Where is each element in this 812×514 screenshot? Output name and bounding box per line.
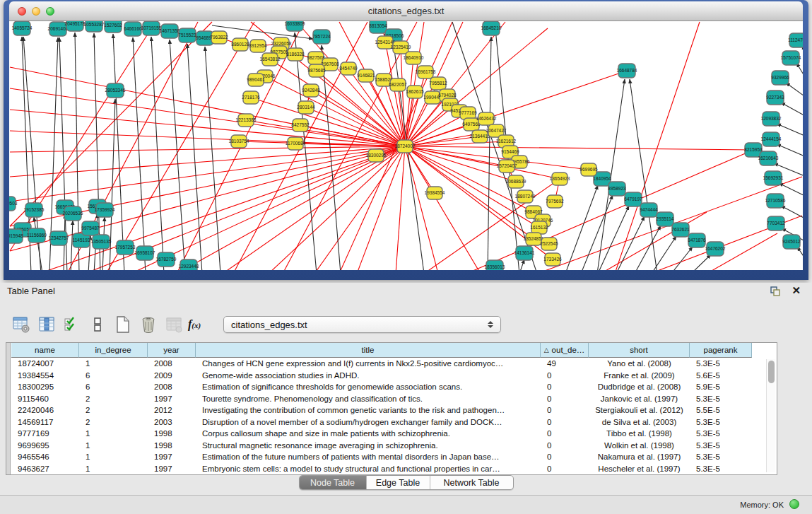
- column-header-name[interactable]: name: [11, 343, 79, 358]
- memory-status-indicator[interactable]: [789, 499, 799, 509]
- graph-node[interactable]: 8186328: [286, 48, 305, 61]
- graph-node[interactable]: 9146821: [357, 69, 375, 82]
- table-row[interactable]: 977716911998Corpus callosum shape and si…: [11, 428, 777, 440]
- graph-node[interactable]: 16961758: [416, 66, 436, 78]
- graph-node[interactable]: 16845210: [481, 21, 502, 35]
- graph-node[interactable]: 2935114: [657, 212, 674, 226]
- graph-node[interactable]: 12093832: [761, 112, 782, 126]
- graph-node[interactable]: 9975487: [81, 221, 100, 235]
- scrollbar-thumb[interactable]: [768, 361, 775, 383]
- zoom-window-button[interactable]: [46, 7, 54, 16]
- graph-node[interactable]: 18640910: [404, 52, 424, 64]
- graph-node[interactable]: 15720407: [497, 160, 517, 173]
- graph-node[interactable]: 12710586: [765, 194, 786, 208]
- graph-node[interactable]: 7975692: [546, 195, 564, 208]
- graph-node[interactable]: 28053346: [105, 83, 126, 98]
- graph-node[interactable]: 8912954: [249, 40, 267, 52]
- table-vertical-scrollbar[interactable]: [766, 359, 775, 472]
- column-header-pagerank[interactable]: pagerank: [690, 343, 752, 358]
- graph-node[interactable]: 18724007: [395, 140, 416, 153]
- new-column-icon[interactable]: [112, 313, 134, 336]
- tab-edge-table[interactable]: Edge Table: [367, 476, 430, 489]
- column-header-short[interactable]: short: [589, 343, 690, 358]
- graph-node[interactable]: 3915948: [9, 229, 23, 243]
- graph-node[interactable]: 7857224: [312, 30, 331, 44]
- graph-node[interactable]: 8454749: [339, 62, 358, 75]
- graph-node[interactable]: 16648784: [617, 64, 637, 78]
- graph-node[interactable]: 16476202: [705, 242, 726, 256]
- graph-node[interactable]: 6466160: [124, 22, 142, 36]
- graph-node[interactable]: 11156869: [27, 228, 47, 243]
- graph-node[interactable]: 18300295: [366, 149, 387, 162]
- graph-node[interactable]: 19384554: [425, 187, 445, 199]
- graph-node[interactable]: 2803144: [297, 101, 315, 114]
- graph-node[interactable]: 16210643: [758, 151, 779, 165]
- graph-node[interactable]: 18356013: [485, 260, 505, 270]
- graph-node[interactable]: 16543812: [260, 53, 281, 66]
- graph-node[interactable]: 17359924: [95, 203, 115, 217]
- graph-node[interactable]: 7632621: [671, 223, 690, 237]
- graph-node[interactable]: 10553287: [84, 21, 105, 32]
- graph-node[interactable]: 2718176: [242, 91, 260, 104]
- graph-node[interactable]: 7963822: [210, 31, 228, 44]
- graph-node[interactable]: 12923448: [179, 259, 199, 270]
- graph-node[interactable]: 11700684: [286, 137, 306, 150]
- tab-network-table[interactable]: Network Table: [430, 476, 513, 489]
- table-row[interactable]: 946362711997Embryonic stem cells: a mode…: [11, 463, 777, 475]
- graph-node[interactable]: 8471876: [688, 233, 706, 247]
- graph-node[interactable]: 14055724: [12, 21, 33, 35]
- graph-node[interactable]: 6822057: [389, 78, 407, 91]
- graph-node[interactable]: 20495178: [65, 21, 86, 31]
- graph-node[interactable]: 6479197: [624, 192, 642, 206]
- close-window-button[interactable]: [18, 7, 26, 16]
- graph-node[interactable]: 19152385: [24, 203, 45, 217]
- graph-node[interactable]: 9474444: [640, 203, 658, 217]
- graph-node[interactable]: 8860128: [231, 38, 249, 51]
- table-row[interactable]: 911546021997Tourette syndrome. Phenomeno…: [11, 393, 777, 405]
- table-row[interactable]: 1872400712008Changes of HCN gene express…: [11, 358, 777, 370]
- column-header-out_de[interactable]: △out_de…: [541, 343, 589, 358]
- tab-node-table[interactable]: Node Table: [300, 476, 367, 489]
- graph-node[interactable]: 8958923: [608, 182, 626, 196]
- graph-node[interactable]: 7955812: [429, 77, 447, 90]
- table-row[interactable]: 969969511998Structural magnetic resonanc…: [11, 440, 777, 452]
- show-columns-icon[interactable]: [35, 313, 58, 336]
- graph-node[interactable]: 8427552: [291, 119, 310, 132]
- graph-node[interactable]: 11124708: [788, 33, 803, 47]
- graph-node[interactable]: 9329966: [771, 71, 789, 85]
- table-mode-icon[interactable]: [10, 313, 33, 336]
- graph-node[interactable]: 16782759: [156, 252, 177, 267]
- graph-node[interactable]: 1733426: [543, 253, 562, 266]
- graph-node[interactable]: 9875685: [307, 64, 326, 77]
- table-row[interactable]: 1830029562008Estimation of significance …: [11, 381, 777, 393]
- minimize-window-button[interactable]: [32, 7, 40, 16]
- table-row[interactable]: 2242004622012Investigating the contribut…: [11, 404, 777, 416]
- function-builder-icon[interactable]: f(x): [188, 313, 211, 336]
- graph-node[interactable]: 13654923: [550, 173, 570, 185]
- graph-node[interactable]: 9890461: [247, 74, 265, 86]
- graph-node[interactable]: 9227343: [766, 90, 784, 105]
- graph-node[interactable]: 7515523: [178, 28, 196, 42]
- close-panel-icon[interactable]: ✕: [792, 284, 801, 297]
- graph-node[interactable]: 18807249: [515, 190, 536, 203]
- graph-node[interactable]: 8813054: [369, 21, 387, 33]
- graph-node[interactable]: 13505135: [91, 235, 112, 249]
- row-height-icon[interactable]: [86, 313, 109, 336]
- graph-node[interactable]: 15692931: [763, 171, 784, 185]
- graph-node[interactable]: 12444154: [761, 132, 782, 146]
- graph-node[interactable]: 14626432: [476, 112, 497, 125]
- graph-node[interactable]: 9245012: [782, 235, 801, 249]
- select-all-icon[interactable]: [61, 313, 83, 336]
- column-header-title[interactable]: title: [196, 343, 541, 358]
- table-row[interactable]: 1456911722003Disruption of a novel membe…: [11, 416, 777, 428]
- graph-node[interactable]: 10719155: [141, 21, 162, 35]
- graph-node[interactable]: 1862615: [406, 86, 424, 98]
- graph-node[interactable]: 9242848: [302, 84, 320, 97]
- graph-node[interactable]: 14136141: [514, 246, 535, 260]
- table-row[interactable]: 946554611997Estimation of the future num…: [11, 451, 777, 463]
- column-header-in_degree[interactable]: in_degree: [79, 343, 148, 358]
- graph-node[interactable]: 16958107: [135, 246, 155, 260]
- network-canvas[interactable]: 1405572420691406204951781055328715276026…: [9, 21, 803, 270]
- graph-node[interactable]: 9699695: [579, 163, 598, 176]
- table-selector-dropdown[interactable]: citations_edges.txt: [223, 316, 501, 333]
